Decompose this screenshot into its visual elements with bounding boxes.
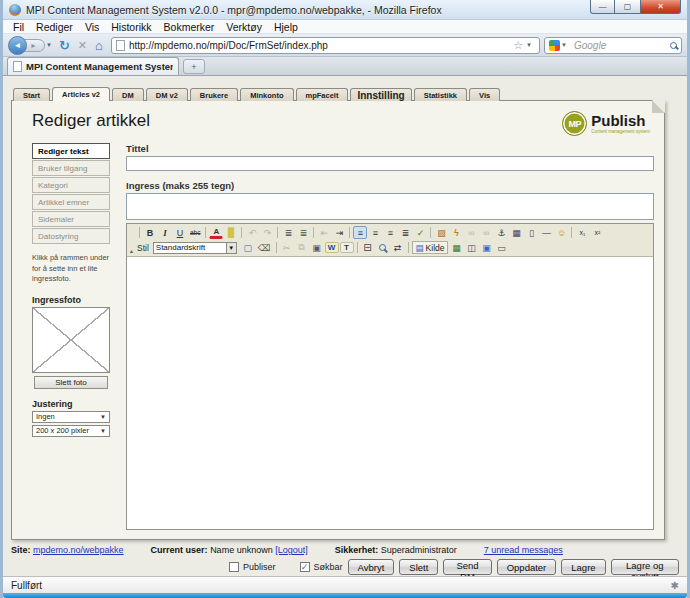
link-icon[interactable]: ∞ bbox=[464, 226, 478, 239]
find-icon[interactable] bbox=[376, 241, 390, 254]
checkbox-group-publiser[interactable]: Publiser bbox=[229, 562, 276, 572]
underline-icon[interactable]: U bbox=[173, 226, 187, 239]
menu-vis[interactable]: Vis bbox=[79, 21, 105, 33]
text-color-icon[interactable]: A bbox=[209, 226, 223, 239]
new-tab-button[interactable]: + bbox=[183, 59, 205, 74]
menu-hjelp[interactable]: Hjelp bbox=[268, 21, 304, 33]
sidebar-item-bruker-tilgang[interactable]: Bruker tilgang bbox=[32, 160, 110, 176]
table-grid-icon[interactable]: ▦ bbox=[449, 241, 463, 254]
checkbox-group-s-kbar[interactable]: Søkbar bbox=[300, 562, 343, 572]
align-center-icon[interactable]: ≡ bbox=[368, 226, 382, 239]
title-bar[interactable]: MPI Content Management System v2.0.0 - m… bbox=[3, 0, 687, 20]
url-bar[interactable]: http://mpdemo.no/mpi/Doc/FrmSet/index.ph… bbox=[111, 37, 540, 54]
url-text[interactable]: http://mpdemo.no/mpi/Doc/FrmSet/index.ph… bbox=[129, 40, 511, 51]
sidebar-item-sidemaler[interactable]: Sidemaler bbox=[32, 211, 110, 227]
menu-rediger[interactable]: Rediger bbox=[30, 21, 79, 33]
stop-button[interactable]: ✕ bbox=[78, 39, 87, 52]
tab-statistikk[interactable]: Statistikk bbox=[414, 88, 467, 101]
redo-icon[interactable]: ↷ bbox=[260, 226, 274, 239]
paste-as-text-icon[interactable]: T bbox=[340, 242, 354, 253]
replace-icon[interactable]: ⇄ bbox=[391, 241, 405, 254]
menu-historikk[interactable]: Historikk bbox=[105, 21, 157, 33]
fit-window-icon[interactable]: ▭ bbox=[494, 241, 508, 254]
unread-messages-link[interactable]: 7 unread messages bbox=[484, 545, 563, 555]
table-icon[interactable]: ▦ bbox=[509, 226, 523, 239]
bookmark-star-icon[interactable]: ☆ bbox=[513, 39, 523, 52]
url-dropdown-icon[interactable]: ▼ bbox=[526, 42, 532, 48]
justify-icon[interactable]: ≣ bbox=[398, 226, 412, 239]
page-break-icon[interactable]: ▯ bbox=[524, 226, 538, 239]
image-icon[interactable]: ▨ bbox=[434, 226, 448, 239]
show-blocks-icon[interactable]: ▣ bbox=[479, 241, 493, 254]
print-icon[interactable]: ⊟ bbox=[361, 241, 375, 254]
collapse-toolbar-icon[interactable]: ▲ bbox=[129, 248, 134, 254]
tab-start[interactable]: Start bbox=[13, 88, 50, 101]
source-button[interactable]: ▤Kilde bbox=[412, 241, 449, 254]
tab-articles-v2[interactable]: Articles v2 bbox=[52, 87, 110, 101]
new-page-icon[interactable]: ▢ bbox=[241, 241, 255, 254]
publiser-checkbox[interactable] bbox=[229, 562, 239, 572]
minimize-button[interactable]: — bbox=[590, 0, 615, 14]
lagre-og-avslutt-button[interactable]: Lagre og avslutt bbox=[611, 559, 679, 575]
outdent-icon[interactable]: ⇤ bbox=[317, 226, 331, 239]
tab-brukere[interactable]: Brukere bbox=[190, 88, 238, 101]
send-dm-button[interactable]: Send DM bbox=[443, 559, 491, 575]
photo-size-select[interactable]: 200 x 200 pixler ▼ bbox=[32, 425, 110, 437]
tab-mpfacelt[interactable]: mpFacelt bbox=[296, 88, 349, 101]
align-right-icon[interactable]: ≡ bbox=[383, 226, 397, 239]
preview-icon[interactable]: ◫ bbox=[464, 241, 478, 254]
sidebar-item-artikkel-emner[interactable]: Artikkel emner bbox=[32, 194, 110, 210]
subscript-icon[interactable]: x₁ bbox=[575, 226, 589, 239]
remove-format-icon[interactable]: ⌫ bbox=[256, 241, 273, 254]
undo-icon[interactable]: ↶ bbox=[245, 226, 259, 239]
ingress-textarea[interactable] bbox=[126, 193, 654, 220]
search-icon[interactable] bbox=[670, 42, 677, 49]
cut-icon[interactable]: ✂ bbox=[280, 241, 294, 254]
lagre-button[interactable]: Lagre bbox=[561, 559, 605, 575]
horizontal-rule-icon[interactable]: — bbox=[539, 226, 553, 239]
sidebar-item-rediger-tekst[interactable]: Rediger tekst bbox=[32, 143, 110, 159]
menu-verkt-y[interactable]: Verktøy bbox=[220, 21, 268, 33]
align-left-icon[interactable]: ≡ bbox=[353, 226, 367, 239]
reload-button[interactable]: ↻ bbox=[59, 38, 70, 53]
browser-tab[interactable]: MPI Content Management System v... bbox=[7, 57, 179, 75]
tab-dm[interactable]: DM bbox=[112, 88, 144, 101]
italic-icon[interactable]: I bbox=[158, 226, 172, 239]
sidebar-item-datostyring[interactable]: Datostyring bbox=[32, 228, 110, 244]
tab-vis[interactable]: Vis bbox=[469, 88, 500, 101]
s-kbar-checkbox[interactable] bbox=[300, 562, 310, 572]
history-dropdown-icon[interactable]: ▼ bbox=[46, 42, 52, 48]
menu-bokmerker[interactable]: Bokmerker bbox=[158, 21, 221, 33]
indent-icon[interactable]: ⇥ bbox=[332, 226, 346, 239]
sidebar-item-kategori[interactable]: Kategori bbox=[32, 177, 110, 193]
tab-dm-v2[interactable]: DM v2 bbox=[146, 88, 188, 101]
home-button[interactable]: ⌂ bbox=[95, 38, 103, 53]
ordered-list-icon[interactable]: ≣ bbox=[281, 226, 295, 239]
back-button[interactable]: ◄ bbox=[8, 36, 27, 55]
copy-icon[interactable]: ⧉ bbox=[295, 241, 309, 254]
logout-link[interactable]: [Logout] bbox=[275, 545, 308, 555]
site-link[interactable]: mpdemo.no/webpakke bbox=[33, 545, 124, 555]
paste-icon[interactable]: ▣ bbox=[310, 241, 324, 254]
chevron-down-icon[interactable]: ▼ bbox=[226, 243, 236, 253]
editor-content-area[interactable] bbox=[127, 257, 653, 529]
alignment-select[interactable]: Ingen ▼ bbox=[32, 411, 110, 423]
unordered-list-icon[interactable]: ≣ bbox=[296, 226, 310, 239]
search-engine-dropdown-icon[interactable]: ▼ bbox=[561, 42, 567, 48]
unlink-icon[interactable]: ∞ bbox=[479, 226, 493, 239]
anchor-icon[interactable]: ⚓ bbox=[494, 226, 508, 239]
google-logo-icon[interactable] bbox=[549, 40, 560, 51]
maximize-button[interactable]: ▢ bbox=[615, 0, 641, 14]
superscript-icon[interactable]: x² bbox=[590, 226, 604, 239]
tab-innstilling[interactable]: Innstilling bbox=[350, 88, 411, 101]
background-color-icon[interactable]: ▉ bbox=[224, 226, 238, 239]
title-input[interactable] bbox=[126, 156, 654, 171]
spellcheck-icon[interactable]: ✓ bbox=[413, 226, 427, 239]
strikethrough-icon[interactable]: abc bbox=[188, 226, 202, 239]
oppdater-button[interactable]: Oppdater bbox=[497, 559, 557, 575]
close-button[interactable]: ✕ bbox=[641, 0, 681, 14]
delete-photo-button[interactable]: Slett foto bbox=[34, 376, 108, 389]
search-box[interactable]: ▼ Google bbox=[544, 37, 682, 54]
paste-from-word-icon[interactable]: W bbox=[325, 242, 339, 253]
menu-fil[interactable]: Fil bbox=[7, 21, 30, 33]
